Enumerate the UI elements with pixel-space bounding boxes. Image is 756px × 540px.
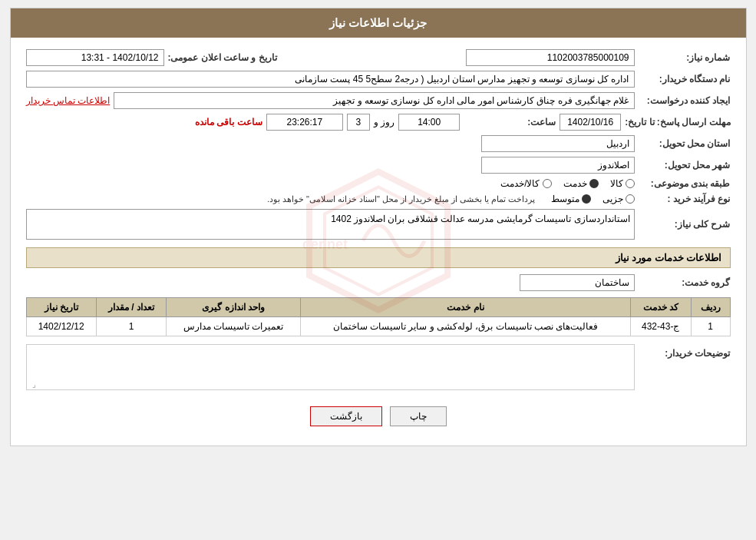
announce-datetime-label: تاریخ و ساعت اعلان عمومی: xyxy=(168,52,277,63)
purchase-note: پرداخت تمام یا بخشی از مبلغ خریدار از مح… xyxy=(267,194,536,204)
announce-datetime-value: 1402/10/12 - 13:31 xyxy=(26,49,164,66)
category-option-kala[interactable]: کالا xyxy=(610,178,635,189)
deadline-row: مهلت ارسال پاسخ: تا تاریخ: 1402/10/16 سا… xyxy=(26,114,731,131)
radio-kala-khedmat xyxy=(543,179,552,188)
need-description-value: استانداردسازی تاسیسات گرمایشی مدرسه عدال… xyxy=(26,209,635,240)
creator-value: غلام جهانگیری فره چناق کارشناس امور مالی… xyxy=(114,92,634,109)
purchase-type-motovaset[interactable]: متوسط xyxy=(551,194,591,204)
service-group-value: ساختمان xyxy=(520,274,635,291)
remaining-time: 23:26:17 xyxy=(266,114,343,131)
buyer-notes-row: توضیحات خریدار: ⌟ xyxy=(26,344,731,390)
buyer-org-label: نام دستگاه خریدار: xyxy=(639,74,731,84)
remaining-days: 3 xyxy=(347,114,370,131)
remaining-days-label: روز و xyxy=(374,117,395,128)
table-cell-2: فعالیت‌های نصب تاسیسات برق، لوله‌کشی و س… xyxy=(301,317,631,336)
radio-kala-label: کالا xyxy=(610,178,623,189)
col-header-unit: واحد اندازه گیری xyxy=(167,298,301,317)
services-title: اطلاعات خدمات مورد نیاز xyxy=(26,247,731,268)
need-description-label: شرح کلی نیاز: xyxy=(639,219,731,230)
city-label: شهر محل تحویل: xyxy=(639,160,731,171)
province-value: اردبیل xyxy=(481,135,635,152)
buyer-notes-box[interactable]: ⌟ xyxy=(26,344,635,390)
col-header-name: نام خدمت xyxy=(301,298,631,317)
contact-info-link[interactable]: اطلاعات تماس خریدار xyxy=(26,95,111,106)
services-section: اطلاعات خدمات مورد نیاز گروه خدمت: ساختم… xyxy=(26,247,731,336)
col-header-qty: تعداد / مقدار xyxy=(96,298,166,317)
service-group-row: گروه خدمت: ساختمان xyxy=(26,274,731,291)
category-radio-group: کالا خدمت کالا/خدمت xyxy=(500,178,634,189)
radio-kala xyxy=(626,179,635,188)
creator-label: ایجاد کننده درخواست: xyxy=(639,95,731,106)
buyer-org-row: نام دستگاه خریدار: اداره کل نوسازی توسعه… xyxy=(26,71,731,88)
city-row: شهر محل تحویل: اصلاندوز xyxy=(26,157,731,174)
radio-kala-khedmat-label: کالا/خدمت xyxy=(500,178,540,189)
purchase-type-radio-group: جزیی متوسط xyxy=(551,194,635,204)
category-option-khedmat[interactable]: خدمت xyxy=(563,178,599,189)
creator-row: ایجاد کننده درخواست: غلام جهانگیری فره چ… xyxy=(26,92,731,109)
page-container: جزئیات اطلاعات نیاز finder.net شماره نیا… xyxy=(10,8,747,446)
table-row: 1ج-43-432فعالیت‌های نصب تاسیسات برق، لول… xyxy=(26,317,730,336)
table-cell-5: 1402/12/12 xyxy=(26,317,96,336)
col-header-date: تاریخ نیاز xyxy=(26,298,96,317)
deadline-date: 1402/10/16 xyxy=(560,114,621,131)
purchase-type-jozi[interactable]: جزیی xyxy=(602,194,635,204)
need-description-row: شرح کلی نیاز: استانداردسازی تاسیسات گرما… xyxy=(26,209,731,240)
col-header-code: کد خدمت xyxy=(630,298,691,317)
buttons-row: چاپ بازگشت xyxy=(26,395,731,434)
print-button[interactable]: چاپ xyxy=(390,406,447,426)
province-label: استان محل تحویل: xyxy=(639,138,731,149)
radio-motovaset-label: متوسط xyxy=(551,194,579,204)
resize-handle[interactable]: ⌟ xyxy=(28,380,36,388)
province-row: استان محل تحویل: اردبیل xyxy=(26,135,731,152)
city-value: اصلاندوز xyxy=(481,157,635,174)
service-group-label: گروه خدمت: xyxy=(639,277,731,288)
back-button[interactable]: بازگشت xyxy=(310,406,382,426)
purchase-type-label: نوع فرآیند خرید : xyxy=(639,194,731,204)
services-table: ردیف کد خدمت نام خدمت واحد اندازه گیری ت… xyxy=(26,297,731,336)
radio-motovaset xyxy=(582,194,591,204)
table-cell-4: 1 xyxy=(96,317,166,336)
deadline-time-label: ساعت: xyxy=(464,117,556,128)
need-number-row: شماره نیاز: 1102003785000109 تاریخ و ساع… xyxy=(26,49,731,66)
deadline-time: 14:00 xyxy=(398,114,460,131)
need-number-value: 1102003785000109 xyxy=(466,49,635,66)
page-title: جزئیات اطلاعات نیاز xyxy=(11,8,746,38)
buyer-org-value: اداره کل نوسازی توسعه و تجهیز مدارس استا… xyxy=(26,71,635,88)
category-label: طبقه بندی موضوعی: xyxy=(639,178,731,189)
deadline-label: مهلت ارسال پاسخ: تا تاریخ: xyxy=(625,117,730,128)
need-number-label: شماره نیاز: xyxy=(639,52,731,63)
radio-khedmat xyxy=(589,179,599,188)
table-cell-0: 1 xyxy=(691,317,730,336)
category-row: طبقه بندی موضوعی: کالا خدمت کالا/خدمت xyxy=(26,178,731,189)
buyer-notes-label: توضیحات خریدار: xyxy=(639,344,731,359)
purchase-type-row: نوع فرآیند خرید : جزیی متوسط پرداخت تمام… xyxy=(26,194,731,204)
remaining-suffix: ساعت باقی مانده xyxy=(195,117,262,128)
col-header-rownum: ردیف xyxy=(691,298,730,317)
category-option-kala-khedmat[interactable]: کالا/خدمت xyxy=(500,178,551,189)
radio-khedmat-label: خدمت xyxy=(563,178,587,189)
radio-jozi xyxy=(626,194,635,204)
table-cell-1: ج-43-432 xyxy=(630,317,691,336)
table-cell-3: تعمیرات تاسیسات مدارس xyxy=(167,317,301,336)
content-area: finder.net شماره نیاز: 1102003785000109 … xyxy=(11,38,746,446)
radio-jozi-label: جزیی xyxy=(602,194,623,204)
